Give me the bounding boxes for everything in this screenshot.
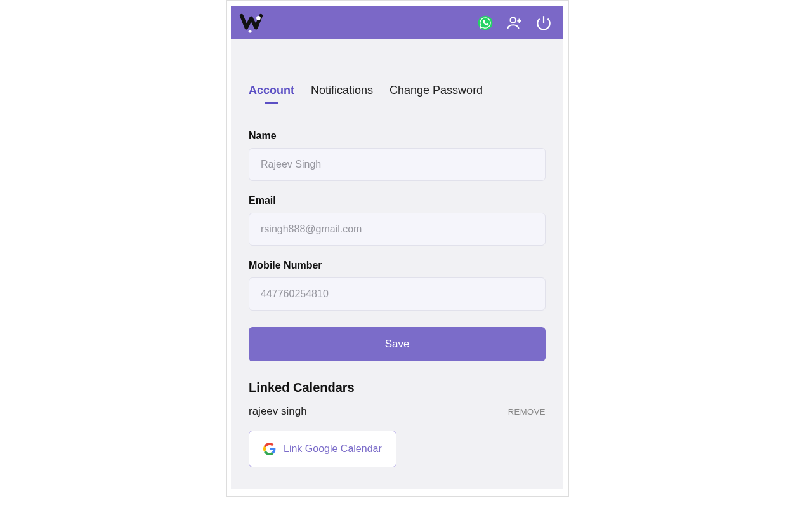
email-field-group: Email (249, 195, 546, 246)
tab-account[interactable]: Account (249, 84, 294, 102)
mobile-field-group: Mobile Number (249, 260, 546, 311)
email-label: Email (249, 195, 546, 206)
svg-point-0 (256, 16, 261, 20)
content-scroll[interactable]: Account Notifications Change Password Na… (231, 39, 563, 489)
tab-change-password[interactable]: Change Password (390, 84, 483, 102)
svg-point-1 (249, 30, 252, 33)
mobile-input[interactable] (249, 277, 546, 311)
whatsapp-icon[interactable] (477, 15, 494, 31)
name-input[interactable] (249, 148, 546, 181)
link-google-label: Link Google Calendar (284, 443, 382, 455)
header-actions (477, 15, 552, 31)
remove-calendar-link[interactable]: REMOVE (508, 407, 546, 417)
svg-point-3 (511, 17, 516, 23)
linked-calendars-title: Linked Calendars (249, 380, 546, 395)
add-user-icon[interactable] (506, 15, 523, 31)
app-logo[interactable] (239, 10, 264, 36)
settings-tabs: Account Notifications Change Password (249, 84, 546, 102)
save-button[interactable]: Save (249, 327, 546, 361)
tab-notifications[interactable]: Notifications (311, 84, 373, 102)
link-google-calendar-button[interactable]: Link Google Calendar (249, 431, 396, 467)
browser-frame: Account Notifications Change Password Na… (226, 0, 569, 497)
power-icon[interactable] (535, 15, 552, 31)
calendar-name: rajeev singh (249, 405, 307, 418)
app-header (231, 6, 563, 39)
name-label: Name (249, 130, 546, 142)
email-input[interactable] (249, 213, 546, 246)
settings-panel: Account Notifications Change Password Na… (231, 39, 563, 489)
app-window: Account Notifications Change Password Na… (231, 6, 563, 489)
google-icon (263, 443, 276, 455)
name-field-group: Name (249, 130, 546, 181)
calendar-row: rajeev singh REMOVE (249, 405, 546, 418)
mobile-label: Mobile Number (249, 260, 546, 271)
